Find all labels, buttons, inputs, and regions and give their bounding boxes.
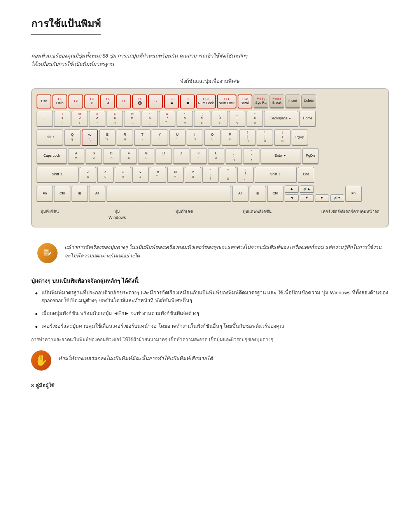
key-y[interactable]: Yั <box>152 129 168 146</box>
key-c[interactable]: Cแ <box>115 167 131 183</box>
key-f9[interactable]: F9⏹ <box>180 94 195 108</box>
keyboard-row-4: Shift ⇧ Zผ Xป Cแ Vอ Bิ Nท Mม <,ใ >.ฝ ?/ภ… <box>37 167 383 183</box>
key-l[interactable]: Lส <box>208 148 224 164</box>
key-t[interactable]: Tะ <box>134 129 150 146</box>
key-win-left[interactable]: ⊞ <box>72 186 88 202</box>
key-delete[interactable]: Delete <box>301 94 316 108</box>
key-ctrl-left[interactable]: Ctrl <box>54 186 70 202</box>
key-g[interactable]: Gเ <box>138 148 154 164</box>
key-slash[interactable]: ?/ภ <box>237 167 254 183</box>
keyboard-row-3: Caps Lock Aฟ Sห Dก Fด Gเ H้ J่ Kา Lส :;ว… <box>37 148 383 164</box>
key-f10[interactable]: F10Num Lock <box>196 94 216 108</box>
bullet-item-3: เคอร์เซอร์และปุ่มควบคุมใช้เลื่อนเคอร์เซอ… <box>35 322 389 331</box>
key-b[interactable]: Bิ <box>150 167 166 183</box>
key-f3[interactable]: F3€ <box>84 94 99 108</box>
key-tilde[interactable]: ~` <box>37 111 53 127</box>
key-f7[interactable]: F7 <box>148 94 163 108</box>
key-alt-left[interactable]: Alt <box>89 186 105 202</box>
key-4[interactable]: $4ภ <box>107 111 123 127</box>
key-shift-left[interactable]: Shift ⇧ <box>37 167 79 183</box>
key-alt-right[interactable]: Alt <box>232 186 248 202</box>
key-n[interactable]: Nท <box>167 167 184 183</box>
key-6[interactable]: ^6ุ <box>142 111 158 127</box>
key-x[interactable]: Xป <box>97 167 114 183</box>
key-f8[interactable]: F8⏮ <box>164 94 179 108</box>
key-pgdn[interactable]: PgDn <box>302 148 318 164</box>
key-left[interactable]: ◄ <box>285 194 299 202</box>
key-u[interactable]: Uี <box>169 129 186 146</box>
key-f5[interactable]: F5 <box>116 94 131 108</box>
key-w[interactable]: Wไ <box>82 129 98 146</box>
key-pause[interactable]: PauseBreak <box>270 94 284 108</box>
key-f6[interactable]: F6🔇 <box>132 94 147 108</box>
fn-label: ปุ่มพังก์ชัน <box>40 208 59 220</box>
key-space[interactable] <box>107 186 231 202</box>
key-down[interactable]: ▼ <box>300 194 314 202</box>
key-j[interactable]: J่ <box>173 148 189 164</box>
key-8[interactable]: *8ค <box>177 111 193 127</box>
key-rbracket[interactable]: }]ล <box>257 129 273 146</box>
windows-label: ปุ่มWindows <box>108 208 126 220</box>
key-fn[interactable]: Fn <box>37 186 53 202</box>
key-5[interactable]: %5ถ <box>124 111 140 127</box>
keyboard-row-1: ~` !1ๅ @2/ #3- $4ภ %5ถ ^6ุ &7ึ *8ค (9ต )… <box>37 111 383 127</box>
key-2[interactable]: @2/ <box>72 111 88 127</box>
key-period[interactable]: >.ฝ <box>220 167 236 183</box>
key-equals[interactable]: +=ช <box>247 111 263 127</box>
key-insert[interactable]: Insert <box>285 94 300 108</box>
key-m[interactable]: Mม <box>185 167 201 183</box>
key-0[interactable]: )0จ <box>212 111 228 127</box>
bullet-list: แป้นพิมพ์มาตรฐานที่ประกอบด้วยอักขระต่างๆ… <box>31 289 389 331</box>
key-d[interactable]: Dก <box>103 148 119 164</box>
key-esc[interactable]: Esc <box>37 94 51 108</box>
bullet-item-2: เมื่อกดปุ่มพังก์ชัน พร้อมกับกดปุ่ม ◄Fn► … <box>35 310 389 318</box>
key-backslash[interactable]: |\ฃ <box>274 129 290 146</box>
key-q[interactable]: Qๆ <box>64 129 80 146</box>
key-pgup[interactable]: PgUp <box>292 129 308 146</box>
key-f4[interactable]: F4🖥 <box>100 94 115 108</box>
key-vol-down[interactable]: 🔊▼ <box>330 194 344 202</box>
key-f12[interactable]: F12Scroll <box>238 94 252 108</box>
key-home[interactable]: Home <box>299 111 316 127</box>
key-o[interactable]: Oน <box>204 129 220 146</box>
key-1[interactable]: !1ๅ <box>54 111 70 127</box>
key-9[interactable]: (9ต <box>194 111 210 127</box>
key-win-right[interactable]: ⊞ <box>250 186 266 202</box>
key-k[interactable]: Kา <box>191 148 207 164</box>
key-capslock[interactable]: Caps Lock <box>37 148 67 164</box>
key-shift-right[interactable]: Shift ⇧ <box>255 167 297 183</box>
key-prtsc[interactable]: Prt ScSys Rq <box>254 94 268 108</box>
section-heading: ปุ่มต่างๆ บนแป้นพิมพ์อาจจัดกลุ่มหลักๆ ได… <box>31 276 389 285</box>
key-semicolon[interactable]: :;ว <box>226 148 242 164</box>
key-f[interactable]: Fด <box>121 148 137 164</box>
key-s[interactable]: Sห <box>86 148 102 164</box>
key-f11[interactable]: F11Num Lock <box>217 94 237 108</box>
key-lbracket[interactable]: {[บ <box>239 129 256 146</box>
key-up[interactable]: ▲ <box>285 185 299 193</box>
key-p[interactable]: Pย <box>222 129 238 146</box>
key-comma[interactable]: <,ใ <box>202 167 219 183</box>
key-vol-up[interactable]: 🔊▲ <box>300 185 314 193</box>
key-r[interactable]: Rพ <box>117 129 133 146</box>
keyboard-row-5: Fn Ctrl ⊞ Alt Alt ⊞ Ctrl ▲ 🔊▲ ◄ ▼ ► 🔊▼ <box>37 185 383 202</box>
key-7[interactable]: &7ึ <box>159 111 175 127</box>
key-e[interactable]: Eำ <box>99 129 116 146</box>
key-backspace[interactable]: Backspace ← <box>264 111 298 127</box>
key-z[interactable]: Zผ <box>80 167 96 183</box>
key-v[interactable]: Vอ <box>132 167 149 183</box>
key-quote[interactable]: "'ง <box>243 148 259 164</box>
key-i[interactable]: Iร <box>187 129 203 146</box>
key-minus[interactable]: _-ข <box>229 111 245 127</box>
key-fn-right[interactable]: Fn <box>345 186 362 202</box>
key-enter[interactable]: Enter ↵ <box>261 148 301 164</box>
key-h[interactable]: H้ <box>156 148 172 164</box>
key-a[interactable]: Aฟ <box>68 148 84 164</box>
key-tab[interactable]: Tab ⇥ <box>37 129 63 146</box>
key-end[interactable]: End <box>298 167 314 183</box>
footer-note: การทำความสะอาดแป้นพิมพ์ของคอมพิวเตอร์ ให… <box>31 336 389 343</box>
key-right[interactable]: ► <box>315 194 329 202</box>
key-f1[interactable]: F1Help <box>52 94 67 108</box>
key-f2[interactable]: F2 <box>68 94 83 108</box>
key-3[interactable]: #3- <box>89 111 105 127</box>
key-ctrl-right[interactable]: Ctrl <box>267 186 284 202</box>
